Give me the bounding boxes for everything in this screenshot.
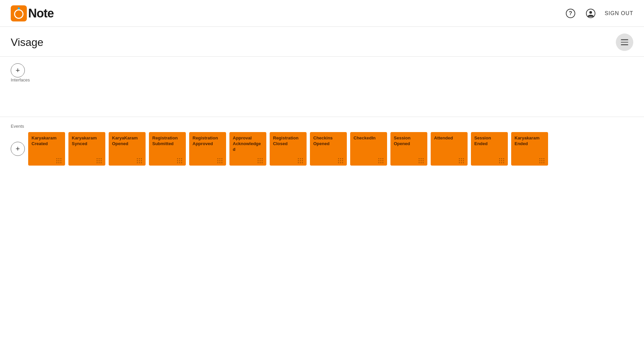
event-card-drag-handle: [539, 158, 545, 164]
help-icon: ?: [566, 9, 575, 18]
event-card[interactable]: Registration Submitted: [149, 132, 186, 166]
svg-point-3: [589, 11, 592, 14]
hamburger-line-2: [621, 42, 628, 43]
event-card-text: KaryaKaram Opened: [112, 135, 142, 147]
page-title-area: Visage: [0, 27, 644, 57]
event-card[interactable]: Session Ended: [471, 132, 508, 166]
event-card-drag-handle: [338, 158, 343, 164]
add-interface-button[interactable]: +: [11, 63, 25, 77]
event-card-text: Registration Submitted: [152, 135, 182, 147]
header: Note ? SIGN OUT: [0, 0, 644, 27]
header-actions: ? SIGN OUT: [565, 7, 633, 19]
event-card-text: CheckedIn: [354, 135, 376, 141]
event-card-drag-handle: [499, 158, 504, 164]
event-card-drag-handle: [137, 158, 142, 164]
event-card[interactable]: Registration Approved: [189, 132, 226, 166]
event-card[interactable]: KaryaKaram Opened: [109, 132, 146, 166]
event-card[interactable]: Karyakaram Ended: [511, 132, 548, 166]
event-card-text: Karyakaram Created: [32, 135, 62, 147]
page-title: Visage: [11, 36, 43, 49]
event-card[interactable]: CheckedIn: [350, 132, 387, 166]
event-card-drag-handle: [459, 158, 464, 164]
event-card-text: Registration Closed: [273, 135, 303, 147]
logo-icon: [11, 5, 27, 21]
hamburger-line-3: [621, 44, 628, 45]
event-card-drag-handle: [378, 158, 384, 164]
account-button[interactable]: [585, 7, 597, 19]
event-card-drag-handle: [258, 158, 263, 164]
event-card-text: Approval Acknowledged: [233, 135, 263, 153]
events-row: + Karyakaram CreatedKaryakaram SyncedKar…: [11, 132, 633, 166]
event-card-drag-handle: [177, 158, 182, 164]
menu-button[interactable]: [616, 34, 633, 51]
event-card-drag-handle: [217, 158, 223, 164]
event-card-text: Session Ended: [474, 135, 504, 147]
event-card-text: Session Opened: [394, 135, 424, 147]
hamburger-line-1: [621, 39, 628, 40]
event-card-text: Checkins Opened: [313, 135, 343, 147]
sign-out-button[interactable]: SIGN OUT: [605, 10, 633, 16]
event-card[interactable]: Attended: [431, 132, 468, 166]
logo-text: Note: [28, 6, 54, 20]
help-button[interactable]: ?: [565, 7, 577, 19]
interfaces-empty-area: [11, 86, 633, 113]
event-card-drag-handle: [298, 158, 303, 164]
event-card-text: Karyakaram Synced: [72, 135, 102, 147]
event-card-text: Karyakaram Ended: [515, 135, 545, 147]
event-card-text: Attended: [434, 135, 453, 141]
event-card-drag-handle: [97, 158, 102, 164]
interfaces-section: + Interfaces: [0, 57, 644, 117]
event-card-drag-handle: [56, 158, 62, 164]
event-card[interactable]: Karyakaram Created: [28, 132, 65, 166]
event-card[interactable]: Approval Acknowledged: [229, 132, 266, 166]
account-icon: [586, 9, 595, 18]
svg-text:?: ?: [569, 10, 572, 16]
events-label: Events: [11, 124, 633, 129]
event-card-text: Registration Approved: [193, 135, 223, 147]
logo-area: Note: [11, 5, 54, 21]
event-card[interactable]: Session Opened: [390, 132, 427, 166]
event-card[interactable]: Checkins Opened: [310, 132, 347, 166]
events-section: Events + Karyakaram CreatedKaryakaram Sy…: [0, 117, 644, 174]
add-event-button[interactable]: +: [11, 142, 25, 156]
event-card[interactable]: Karyakaram Synced: [68, 132, 105, 166]
event-card[interactable]: Registration Closed: [270, 132, 307, 166]
event-card-drag-handle: [419, 158, 424, 164]
logo-icon-inner: [14, 9, 23, 19]
interfaces-label: Interfaces: [11, 77, 633, 82]
